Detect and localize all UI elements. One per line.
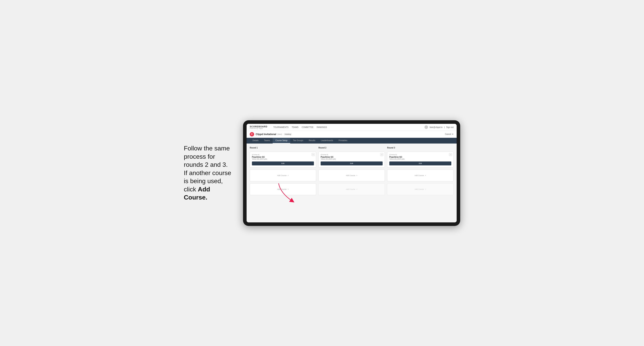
round-3-add-course-label-1: Add Course + <box>414 174 426 176</box>
nav-teams[interactable]: TEAMS <box>292 126 298 129</box>
round-1-add-course-1[interactable]: Add Course + <box>250 170 316 181</box>
round-3-edit-button[interactable]: Edit <box>389 162 451 166</box>
round-2-course-info: Yellow (M) (6629 yds) <box>320 158 382 160</box>
user-email: blair@clippd.io <box>430 126 443 128</box>
round-3-label: Round 3 <box>387 147 454 149</box>
round-1-edit-button[interactable]: Edit <box>252 162 314 166</box>
tablet-screen: SCOREBOARD Powered by clippd TOURNAMENTS… <box>246 124 457 222</box>
round-2-add-course-label-2: Add Course + <box>346 188 357 190</box>
rounds-grid: Round 1 ○ (Course A) Peachtree GC Yellow… <box>250 147 454 195</box>
logo-area: SCOREBOARD Powered by clippd <box>250 125 267 129</box>
round-1-add-course-label-1: Add Course + <box>277 174 289 176</box>
sign-out-link[interactable]: Sign out <box>446 126 454 128</box>
round-1-course-card: ○ (Course A) Peachtree GC Yellow (M) (66… <box>250 152 316 168</box>
round-1-delete-button[interactable]: ○ <box>312 153 315 156</box>
round-2-delete-button[interactable]: ○ <box>380 153 384 156</box>
nav-right: blair@clippd.io | Sign out <box>424 125 454 129</box>
logo-subtitle: Powered by clippd <box>250 128 267 129</box>
round-3-add-course-2: Add Course + <box>387 183 454 195</box>
nav-links: TOURNAMENTS TEAMS COMMITTEE RANKINGS <box>273 126 420 129</box>
hosting-badge: Hosting <box>284 133 292 136</box>
sub-header: C Clippd Invitational (Men) Hosting Canc… <box>246 131 457 138</box>
round-3-column: Round 3 ○ (Course A) Peachtree GC Yellow… <box>387 147 454 195</box>
cancel-button[interactable]: Cancel ✕ <box>445 133 454 135</box>
round-2-add-course-2: Add Course + <box>318 183 385 195</box>
tab-bar: Details Teams Course Setup Tee Groups Re… <box>246 138 457 144</box>
round-3-course-name: Peachtree GC <box>389 156 451 158</box>
round-2-add-course-label-1: Add Course + <box>346 174 357 176</box>
tab-results[interactable]: Results <box>306 138 318 144</box>
round-3-course-tag: (Course A) <box>389 154 451 156</box>
nav-tournaments[interactable]: TOURNAMENTS <box>273 126 288 129</box>
round-1-course-info: Yellow (M) (6629 yds) <box>252 158 314 160</box>
round-1-course-tag: (Course A) <box>252 154 314 156</box>
round-2-course-card: ○ (Course A) Peachtree GC Yellow (M) (66… <box>318 152 385 168</box>
tournament-gender: (Men) <box>278 133 282 135</box>
round-3-course-card: ○ (Course A) Peachtree GC Yellow (M) (66… <box>387 152 454 168</box>
round-2-edit-button[interactable]: Edit <box>320 162 382 166</box>
pipe-divider: | <box>444 126 445 128</box>
round-2-add-course-1[interactable]: Add Course + <box>318 170 385 181</box>
round-3-add-course-label-2: Add Course + <box>414 188 426 190</box>
instruction-block: Follow the same process for rounds 2 and… <box>184 144 235 202</box>
round-3-delete-button[interactable]: ○ <box>449 153 452 156</box>
round-2-course-tag: (Course A) <box>320 154 382 156</box>
round-2-course-name: Peachtree GC <box>320 156 382 158</box>
round-2-column: Round 2 ○ (Course A) Peachtree GC Yellow… <box>318 147 385 195</box>
round-1-add-course-2[interactable]: Add Course + <box>250 183 316 195</box>
tab-tee-groups[interactable]: Tee Groups <box>290 138 306 144</box>
instruction-text: Follow the same process for rounds 2 and… <box>184 145 231 201</box>
round-1-course-name: Peachtree GC <box>252 156 314 158</box>
brand-icon: C <box>250 132 254 137</box>
round-3-course-info: Yellow (M) (6629 yds) <box>389 158 451 160</box>
round-3-add-course-1[interactable]: Add Course + <box>387 170 454 181</box>
round-1-add-course-label-2: Add Course + <box>277 188 289 190</box>
tab-leaderboards[interactable]: Leaderboards <box>318 138 336 144</box>
nav-rankings[interactable]: RANKINGS <box>317 126 327 129</box>
tablet-frame: SCOREBOARD Powered by clippd TOURNAMENTS… <box>243 120 460 226</box>
round-1-label: Round 1 <box>250 147 316 149</box>
nav-committee[interactable]: COMMITTEE <box>302 126 314 129</box>
round-1-column: Round 1 ○ (Course A) Peachtree GC Yellow… <box>250 147 316 195</box>
user-avatar <box>424 125 428 129</box>
tournament-name: Clippd Invitational <box>256 133 276 136</box>
tab-details[interactable]: Details <box>250 138 262 144</box>
round-2-label: Round 2 <box>318 147 385 149</box>
top-nav: SCOREBOARD Powered by clippd TOURNAMENTS… <box>246 124 457 131</box>
tab-teams[interactable]: Teams <box>262 138 273 144</box>
tab-course-setup[interactable]: Course Setup <box>273 138 290 144</box>
tab-printables[interactable]: Printables <box>336 138 350 144</box>
page-wrapper: Follow the same process for rounds 2 and… <box>184 120 460 226</box>
logo-title: SCOREBOARD <box>250 125 267 128</box>
main-content: Round 1 ○ (Course A) Peachtree GC Yellow… <box>246 144 457 222</box>
